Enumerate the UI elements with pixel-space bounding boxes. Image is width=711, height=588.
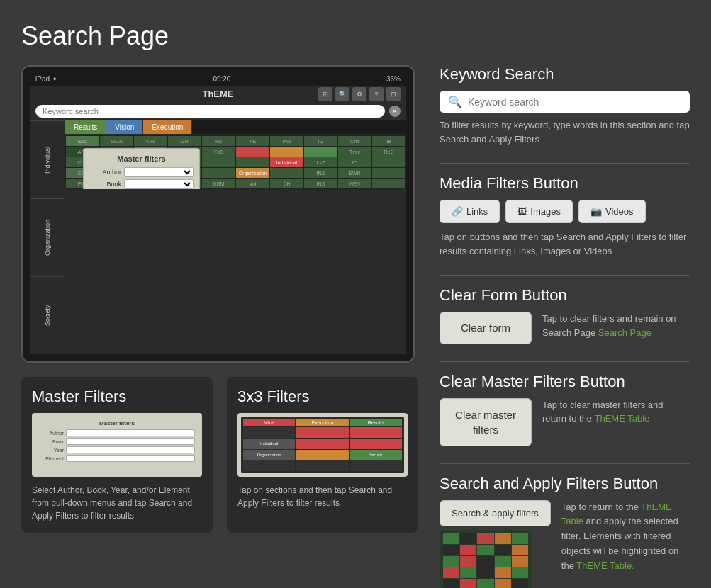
grid-col-2-label: Execution [296, 419, 348, 426]
ipad-sidebar: Individual Organization Society [30, 120, 65, 354]
sidebar-organization[interactable]: Organization [30, 198, 65, 276]
ttm-c9 [495, 545, 511, 555]
ipad-status-right: 36% [386, 75, 401, 83]
filters-3x3-card-image: Mtce Individual Organization Execution [237, 413, 408, 477]
grid-col-2: Execution [296, 419, 348, 471]
grid-col-1-cell-1 [243, 427, 295, 438]
images-button[interactable]: 🖼 Images [505, 200, 573, 223]
ipad-toolbar-icon-2[interactable]: 🔍 [335, 87, 349, 101]
ttm-c10 [512, 545, 528, 555]
keyword-search-icon: 🔍 [448, 95, 462, 108]
book-select[interactable] [124, 179, 194, 189]
ipad-toolbar: ⊞ 🔍 ⚙ ? ⊡ [318, 87, 401, 101]
link-icon: 🔗 [452, 206, 463, 217]
keyword-search-section: Keyword Search 🔍 To filter results by ke… [440, 65, 690, 146]
ipad-toolbar-icon-4[interactable]: ? [369, 87, 384, 101]
ipad-search-input[interactable] [35, 105, 385, 118]
divider-2 [440, 275, 690, 276]
clear-master-section: Clear Master Filters Button Clear master… [440, 373, 690, 446]
ttm-c20 [512, 567, 528, 578]
clear-master-button[interactable]: Clear masterfilters [440, 398, 532, 446]
keyword-search-desc: To filter results by keyword, type words… [440, 118, 690, 146]
clear-master-link[interactable]: ThEME Table [595, 413, 650, 424]
keyword-search-input[interactable] [468, 96, 681, 108]
clear-master-heading: Clear Master Filters Button [440, 373, 690, 391]
author-label: Author [89, 169, 121, 176]
table-cell [372, 179, 405, 188]
image-icon: 🖼 [517, 206, 527, 217]
table-cell: NEN [338, 179, 371, 188]
grid-col-3-cell-2 [350, 439, 402, 449]
mf-mini-book-bar [66, 438, 195, 445]
images-button-label: Images [530, 206, 561, 217]
table-cell [270, 168, 303, 178]
tab-vision[interactable]: Vision [106, 120, 143, 134]
keyword-search-box: 🔍 [440, 91, 690, 113]
ttm-c8 [477, 545, 493, 555]
grid-col-1-cell-3: Organization [243, 450, 295, 460]
ttm-c25 [512, 579, 528, 588]
mf-mini-element-bar [66, 455, 195, 462]
table-cell: KTk [134, 136, 167, 146]
search-apply-desc: Tap to return to the ThEME Table and app… [561, 500, 690, 589]
media-filters-section: Media Filters Button 🔗 Links 🖼 Images 📷 … [440, 174, 690, 258]
ipad-close-button[interactable]: ✕ [389, 106, 401, 117]
grid-col-1-cell-4 [243, 460, 295, 471]
ipad-title-bar: ThEME ⊞ 🔍 ⚙ ? ⊡ [30, 86, 406, 102]
links-button[interactable]: 🔗 Links [440, 200, 500, 223]
mf-mini-author-bar [66, 429, 195, 436]
mf-mini-element-label: Element [39, 456, 64, 461]
divider-4 [440, 463, 690, 464]
master-filters-panel: Master filters Author Book Year [83, 148, 200, 189]
ttm-c18 [477, 567, 493, 578]
tab-execution[interactable]: Execution [143, 120, 192, 134]
ipad-statusbar: iPad ✦ 09:20 36% [30, 74, 406, 86]
master-filters-mini: Master filters Author Book Year [35, 417, 198, 473]
ipad-toolbar-icon-1[interactable]: ⊞ [318, 87, 332, 101]
ttm-c13 [477, 556, 493, 567]
keyword-search-heading: Keyword Search [440, 65, 690, 84]
master-filters-card-text: Select Author, Book, Year, and/or Elemen… [32, 484, 202, 522]
master-filters-title: Master filters [89, 154, 194, 163]
clear-form-button[interactable]: Clear form [440, 312, 532, 344]
author-select[interactable] [124, 167, 194, 177]
search-apply-section: Search and Apply Filters Button Search &… [440, 475, 690, 589]
table-cell [202, 157, 235, 167]
grid-col-2-cell-2 [296, 439, 348, 449]
mf-mini-book: Book [39, 438, 195, 445]
table-cell [236, 157, 269, 167]
table-cell: LsZ [304, 157, 337, 167]
clear-form-link[interactable]: Search Page [598, 327, 651, 338]
table-cell [304, 147, 337, 157]
table-cell: KE [236, 136, 269, 146]
clear-form-heading: Clear Form Button [440, 286, 690, 305]
ttm-c7 [460, 545, 476, 555]
divider-3 [440, 361, 690, 362]
author-filter-row: Author [89, 167, 194, 177]
table-cell: CH [270, 179, 303, 188]
table-cell: Tvsc [338, 147, 371, 157]
sidebar-individual[interactable]: Individual [30, 120, 65, 198]
ipad-toolbar-icon-5[interactable]: ⊡ [386, 87, 401, 101]
search-apply-button[interactable]: Search & apply filters [440, 500, 551, 526]
videos-button[interactable]: 📷 Videos [578, 200, 646, 223]
mf-mini-year-bar [66, 446, 195, 453]
theme-table-mini [443, 533, 528, 589]
table-cell: Vol [236, 179, 269, 188]
grid-col-1-label: Mtce [243, 419, 295, 426]
ipad-toolbar-icon-3[interactable]: ⚙ [352, 87, 366, 101]
tab-results[interactable]: Results [65, 120, 106, 134]
left-column: iPad ✦ 09:20 36% ThEME ⊞ 🔍 ⚙ ? ⊡ ✕ [21, 65, 418, 588]
ipad-mockup: iPad ✦ 09:20 36% ThEME ⊞ 🔍 ⚙ ? ⊡ ✕ [21, 65, 415, 363]
mf-mini-title: Master filters [39, 420, 195, 426]
search-apply-link2[interactable]: ThEME Table. [576, 560, 634, 571]
grid-col-2-cell-4 [296, 460, 348, 471]
sidebar-society[interactable]: Society [30, 276, 65, 354]
table-cell: StGA [100, 136, 133, 146]
grid-3x3-mini: Mtce Individual Organization Execution [241, 417, 404, 473]
table-cell: H2 [202, 136, 235, 146]
media-filter-buttons: 🔗 Links 🖼 Images 📷 Videos [440, 200, 690, 223]
clear-form-desc: Tap to clear filters and remain on Searc… [542, 312, 690, 339]
search-apply-left: Search & apply filters [440, 500, 551, 589]
ttm-c2 [460, 533, 476, 544]
